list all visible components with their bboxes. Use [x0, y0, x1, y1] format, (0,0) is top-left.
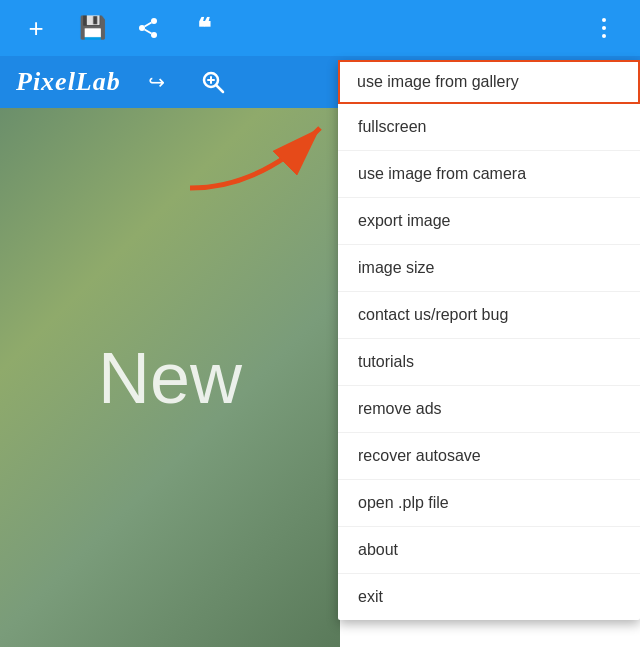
- svg-line-3: [145, 30, 152, 34]
- quote-button[interactable]: ❝: [180, 4, 228, 52]
- more-button[interactable]: [580, 4, 628, 52]
- undo-icon: ↩: [148, 70, 165, 94]
- canvas-area: New: [0, 108, 340, 647]
- menu-item-4[interactable]: image size: [338, 245, 640, 292]
- main-toolbar: + 💾 ❝: [0, 0, 640, 56]
- add-icon: +: [28, 13, 43, 44]
- menu-item-6[interactable]: tutorials: [338, 339, 640, 386]
- more-icon: [602, 18, 606, 38]
- save-icon: 💾: [79, 15, 106, 41]
- menu-item-2[interactable]: use image from camera: [338, 151, 640, 198]
- menu-item-5[interactable]: contact us/report bug: [338, 292, 640, 339]
- share-icon: [136, 16, 160, 40]
- svg-point-0: [151, 18, 157, 24]
- menu-item-9[interactable]: open .plp file: [338, 480, 640, 527]
- dropdown-menu: use image from galleryfullscreenuse imag…: [338, 60, 640, 620]
- undo-button[interactable]: ↩: [137, 62, 177, 102]
- zoom-button[interactable]: [193, 62, 233, 102]
- zoom-icon: [200, 69, 226, 95]
- svg-line-6: [216, 85, 223, 92]
- svg-line-4: [145, 23, 152, 27]
- menu-item-1[interactable]: fullscreen: [338, 104, 640, 151]
- menu-item-10[interactable]: about: [338, 527, 640, 574]
- svg-point-2: [151, 32, 157, 38]
- share-button[interactable]: [124, 4, 172, 52]
- menu-item-0[interactable]: use image from gallery: [338, 60, 640, 104]
- menu-item-11[interactable]: exit: [338, 574, 640, 620]
- quote-icon: ❝: [197, 15, 211, 41]
- menu-item-3[interactable]: export image: [338, 198, 640, 245]
- menu-item-7[interactable]: remove ads: [338, 386, 640, 433]
- menu-item-8[interactable]: recover autosave: [338, 433, 640, 480]
- svg-point-1: [139, 25, 145, 31]
- add-button[interactable]: +: [12, 4, 60, 52]
- save-button[interactable]: 💾: [68, 4, 116, 52]
- canvas-preview-text: New: [98, 337, 242, 419]
- app-logo: PixelLab: [16, 67, 121, 97]
